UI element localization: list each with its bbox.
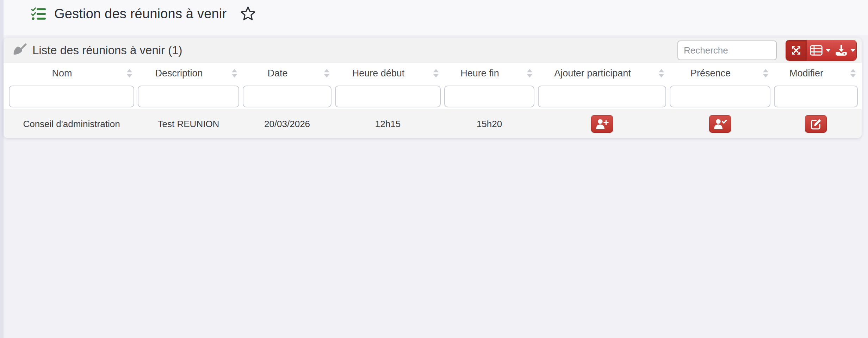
filter-input-nom[interactable] xyxy=(9,86,134,107)
arrows-expand-icon xyxy=(791,45,801,56)
expand-button[interactable] xyxy=(786,40,806,61)
search-input[interactable] xyxy=(677,40,777,60)
panel-title: Liste des réunions à venir (1) xyxy=(32,44,182,57)
caret-down-icon xyxy=(850,49,855,52)
user-check-icon xyxy=(713,118,727,130)
edit-button[interactable] xyxy=(805,115,827,133)
presence-button[interactable] xyxy=(709,115,731,133)
tasks-checklist-icon xyxy=(31,7,46,20)
cell-presence xyxy=(668,110,772,138)
filter-input-description[interactable] xyxy=(138,86,239,107)
sort-icon xyxy=(527,69,533,78)
cell-ajouter-participant xyxy=(536,110,668,138)
filter-input-heure-debut[interactable] xyxy=(335,86,441,107)
star-outline-icon[interactable] xyxy=(240,6,256,22)
cell-heure-debut: 12h15 xyxy=(333,110,442,138)
sort-icon xyxy=(324,69,330,78)
filter-input-date[interactable] xyxy=(243,86,331,107)
column-header-modifier[interactable]: Modifier xyxy=(772,63,860,83)
meetings-panel: Liste des réunions à venir (1) xyxy=(4,38,862,138)
left-edge-strip xyxy=(0,0,4,338)
sort-icon xyxy=(763,69,769,78)
column-header-date[interactable]: Date xyxy=(241,63,333,83)
column-header-ajouter-participant[interactable]: Ajouter participant xyxy=(536,63,668,83)
page-title-bar: Gestion des réunions à venir xyxy=(31,4,256,24)
sort-icon xyxy=(433,69,439,78)
table-row: Conseil d'administration Test REUNION 20… xyxy=(4,109,862,138)
column-header-description[interactable]: Description xyxy=(136,63,241,83)
cell-modifier xyxy=(772,110,860,138)
panel-header: Liste des réunions à venir (1) xyxy=(4,38,862,63)
cell-nom: Conseil d'administration xyxy=(7,110,136,138)
filter-input-modifier[interactable] xyxy=(774,86,858,107)
filter-input-presence[interactable] xyxy=(670,86,770,107)
page-title: Gestion des réunions à venir xyxy=(54,6,227,21)
user-plus-icon xyxy=(595,118,609,130)
cell-date: 20/03/2026 xyxy=(241,110,333,138)
cell-heure-fin: 15h20 xyxy=(442,110,536,138)
table-header-row: Nom Description Date Heure début Heure f… xyxy=(4,63,862,83)
sort-icon xyxy=(126,69,132,78)
panel-toolbar xyxy=(786,40,857,61)
filter-row xyxy=(4,83,862,109)
column-header-heure-fin[interactable]: Heure fin xyxy=(442,63,536,83)
sort-icon xyxy=(231,69,237,78)
sort-icon xyxy=(850,69,856,78)
filter-input-ajouter-participant[interactable] xyxy=(538,86,666,107)
download-icon xyxy=(835,45,847,56)
filter-input-heure-fin[interactable] xyxy=(444,86,534,107)
add-participant-button[interactable] xyxy=(591,115,613,133)
column-header-presence[interactable]: Présence xyxy=(668,63,772,83)
edit-icon xyxy=(810,118,822,130)
cell-description: Test REUNION xyxy=(136,110,241,138)
broom-icon xyxy=(13,43,27,57)
caret-down-icon xyxy=(826,49,831,52)
column-header-heure-debut[interactable]: Heure début xyxy=(333,63,442,83)
columns-button[interactable] xyxy=(806,40,834,61)
export-button[interactable] xyxy=(834,40,856,61)
sort-icon xyxy=(658,69,664,78)
column-header-nom[interactable]: Nom xyxy=(7,63,136,83)
table-list-icon xyxy=(810,45,823,56)
